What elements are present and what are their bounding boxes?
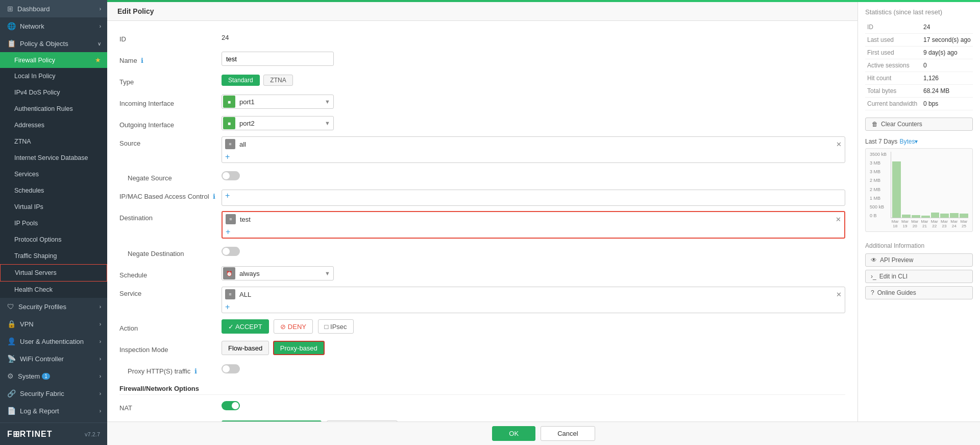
chart-bars-container: Mar 18 Mar 19 Mar 20 Mar 21 Mar 22 Mar 2…: [891, 152, 968, 228]
accept-btn[interactable]: ✓ ACCEPT: [222, 319, 269, 334]
stats-table: ID 24 Last used 17 second(s) ago First u…: [865, 21, 973, 110]
sidebar-item-firewall-policy[interactable]: Firewall Policy ★: [0, 52, 107, 68]
stats-row-last-used: Last used 17 second(s) ago: [865, 34, 973, 46]
eye-icon: 👁: [871, 256, 877, 264]
proxy-based-btn[interactable]: Proxy-based: [273, 341, 325, 355]
ok-btn[interactable]: OK: [492, 426, 535, 441]
add-ipmac-btn[interactable]: +: [225, 191, 230, 200]
add-destination-btn[interactable]: +: [226, 227, 230, 237]
type-standard-btn[interactable]: Standard: [222, 75, 260, 86]
deny-btn[interactable]: ⊘ DENY: [274, 319, 313, 334]
name-input[interactable]: [222, 52, 334, 66]
service-select: ≡ ALL ✕ +: [222, 287, 845, 313]
chevron-right-icon: ›: [100, 321, 101, 327]
sidebar-item-user-auth[interactable]: 👤 User & Authentication ›: [0, 333, 107, 350]
chevron-right-icon: ›: [100, 373, 101, 379]
sidebar-item-ip-pools[interactable]: IP Pools: [0, 215, 107, 231]
add-ipmac-row: +: [222, 190, 845, 201]
sidebar-label-local-in: Local In Policy: [14, 73, 56, 80]
sidebar-item-network[interactable]: 🌐 Network ›: [0, 17, 107, 35]
chevron-right-icon: ›: [100, 391, 101, 396]
sidebar-item-health-check[interactable]: Health Check: [0, 282, 107, 298]
destination-row: Destination ≡ test ✕ +: [119, 211, 845, 239]
proxy-http-toggle-btn[interactable]: [222, 364, 240, 373]
x-label-8: Mar 25: [960, 219, 968, 228]
chevron-down-icon: ∨: [97, 41, 101, 46]
clear-counters-btn[interactable]: 🗑 Clear Counters: [865, 118, 973, 131]
sidebar-item-protocol-options[interactable]: Protocol Options: [0, 231, 107, 248]
add-source-btn[interactable]: +: [225, 152, 230, 161]
source-item-all: ≡ all ✕: [222, 137, 845, 151]
remove-source-btn[interactable]: ✕: [836, 140, 842, 148]
stats-row-total-bytes: Total bytes 68.24 MB: [865, 85, 973, 98]
stats-row-active-sessions: Active sessions 0: [865, 59, 973, 72]
sidebar-label-isd: Internet Service Database: [14, 154, 88, 161]
outgoing-select[interactable]: ■ port2 ▼: [222, 116, 334, 130]
sidebar-item-virtual-servers[interactable]: Virtual Servers: [0, 264, 107, 282]
schedule-dropdown[interactable]: ▼: [322, 270, 333, 276]
schedule-select[interactable]: ⏰ always ▼: [222, 266, 334, 280]
chart-bars: [891, 152, 968, 218]
sidebar-item-ztna[interactable]: ZTNA: [0, 133, 107, 150]
sidebar-item-wifi[interactable]: 📡 WiFi Controller ›: [0, 350, 107, 367]
stats-last-used-value: 17 second(s) ago: [921, 34, 973, 46]
proxy-http-info-icon[interactable]: ℹ: [194, 367, 197, 375]
ipsec-btn[interactable]: □ IPsec: [318, 319, 354, 334]
stats-row-bandwidth: Current bandwidth 0 bps: [865, 98, 973, 110]
negate-source-toggle-btn[interactable]: [222, 171, 240, 180]
remove-service-btn[interactable]: ✕: [836, 291, 842, 298]
ipmac-info-icon[interactable]: ℹ: [213, 193, 215, 200]
sidebar-item-ipv4-dos[interactable]: IPv4 DoS Policy: [0, 84, 107, 101]
sidebar-item-system[interactable]: ⚙ System 1 ›: [0, 367, 107, 385]
type-ztna-btn[interactable]: ZTNA: [263, 75, 292, 86]
sidebar-item-services[interactable]: Services: [0, 166, 107, 182]
stats-bw-label: Current bandwidth: [865, 98, 921, 110]
sidebar-item-log-report[interactable]: 📄 Log & Report ›: [0, 402, 107, 419]
sidebar-item-schedules[interactable]: Schedules: [0, 182, 107, 199]
star-icon: ★: [95, 56, 101, 64]
name-info-icon[interactable]: ℹ: [141, 57, 143, 64]
sidebar-item-addresses[interactable]: Addresses: [0, 117, 107, 133]
dropdown-arrow[interactable]: ▼: [322, 99, 333, 105]
sidebar-item-virtual-ips[interactable]: Virtual IPs: [0, 199, 107, 215]
sidebar-label-dashboard: Dashboard: [17, 5, 50, 13]
inspection-buttons: Flow-based Proxy-based: [222, 341, 845, 355]
sidebar-item-security-fabric[interactable]: 🔗 Security Fabric ›: [0, 385, 107, 402]
name-label: Name ℹ: [119, 54, 222, 64]
dropdown-arrow[interactable]: ▼: [322, 120, 333, 126]
ipmac-value: +: [222, 190, 845, 206]
online-guides-btn[interactable]: ? Online Guides: [865, 286, 973, 299]
system-icon: ⚙: [7, 372, 14, 380]
bar-2: [902, 215, 911, 218]
sidebar-item-auth-rules[interactable]: Authentication Rules: [0, 101, 107, 117]
destination-item-test: ≡ test ✕: [223, 212, 844, 226]
sidebar-item-vpn[interactable]: 🔒 VPN ›: [0, 315, 107, 333]
vpn-icon: 🔒: [7, 320, 16, 328]
edit-in-cli-btn[interactable]: ›_ Edit in CLI: [865, 270, 973, 283]
service-row: Service ≡ ALL ✕ +: [119, 287, 845, 313]
stats-hit-label: Hit count: [865, 72, 921, 85]
network-icon: 🌐: [7, 22, 16, 30]
chart-unit-dropdown[interactable]: Bytes▾: [899, 138, 918, 145]
dashboard-icon: ⊞: [7, 5, 13, 13]
api-preview-btn[interactable]: 👁 API Preview: [865, 253, 973, 267]
negate-dest-toggle-btn[interactable]: [222, 247, 240, 256]
add-service-btn[interactable]: +: [225, 302, 230, 312]
system-badge: 1: [42, 373, 50, 380]
cancel-btn[interactable]: Cancel: [541, 426, 595, 441]
stats-row-id: ID 24: [865, 21, 973, 34]
sidebar-item-security-profiles[interactable]: 🛡 Security Profiles ›: [0, 298, 107, 315]
sidebar-item-traffic-shaping[interactable]: Traffic Shaping: [0, 248, 107, 264]
sidebar-item-dashboard[interactable]: ⊞ Dashboard ›: [0, 0, 107, 17]
chart-x-labels: Mar 18 Mar 19 Mar 20 Mar 21 Mar 22 Mar 2…: [891, 219, 968, 228]
incoming-select[interactable]: ■ port1 ▼: [222, 95, 334, 109]
nat-toggle-btn[interactable]: [222, 401, 240, 410]
sidebar-item-isd[interactable]: Internet Service Database: [0, 150, 107, 166]
sidebar-item-policy-objects[interactable]: 📋 Policy & Objects ∨: [0, 35, 107, 52]
sidebar-item-local-in[interactable]: Local In Policy: [0, 68, 107, 84]
sidebar-label-virtual-servers: Virtual Servers: [15, 269, 57, 276]
remove-destination-btn[interactable]: ✕: [836, 216, 841, 223]
negate-source-label: Negate Source: [119, 171, 222, 182]
flow-based-btn[interactable]: Flow-based: [222, 341, 269, 355]
additional-section: Additional Information 👁 API Preview ›_ …: [865, 242, 973, 302]
